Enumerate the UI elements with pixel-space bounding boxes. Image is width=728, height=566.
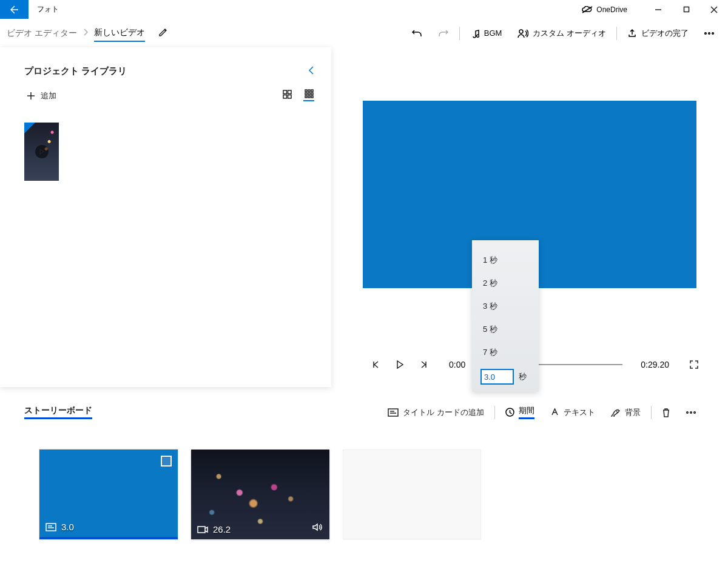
svg-rect-17 bbox=[311, 96, 313, 98]
svg-rect-16 bbox=[308, 96, 310, 98]
grid-2x2-icon bbox=[283, 90, 292, 99]
background-button[interactable]: 背景 bbox=[603, 407, 649, 418]
custom-audio-button[interactable]: カスタム オーディオ bbox=[510, 21, 614, 45]
undo-button[interactable] bbox=[403, 21, 430, 45]
next-frame-button[interactable] bbox=[419, 360, 430, 369]
audio-icon bbox=[312, 523, 322, 533]
duration-option[interactable]: 3 秒 bbox=[472, 295, 539, 318]
svg-rect-24 bbox=[198, 527, 205, 533]
play-overlay-icon bbox=[35, 145, 49, 158]
add-title-card-label: タイトル カードの追加 bbox=[403, 407, 484, 418]
title-card-icon bbox=[46, 523, 56, 531]
svg-rect-23 bbox=[46, 524, 56, 531]
clock-icon bbox=[505, 408, 514, 417]
storyboard-clip-title[interactable]: 3.0 bbox=[39, 450, 178, 539]
svg-rect-10 bbox=[308, 90, 310, 92]
toolbar: ビデオ エディター 新しいビデオ BGM カスタム オーディオ ビデオの完了 bbox=[0, 19, 728, 47]
svg-point-2 bbox=[705, 32, 707, 34]
view-small-button[interactable] bbox=[303, 90, 314, 101]
maximize-button[interactable] bbox=[672, 0, 700, 19]
divider bbox=[616, 27, 617, 40]
bgm-button[interactable]: BGM bbox=[462, 21, 510, 45]
delete-button[interactable] bbox=[654, 408, 678, 417]
title-card-icon bbox=[388, 408, 399, 417]
svg-point-3 bbox=[709, 32, 710, 34]
close-button[interactable] bbox=[700, 0, 728, 19]
plus-icon bbox=[27, 92, 35, 100]
breadcrumb-root[interactable]: ビデオ エディター bbox=[7, 25, 77, 41]
back-button[interactable] bbox=[0, 0, 29, 19]
svg-rect-15 bbox=[305, 96, 307, 98]
add-title-card-button[interactable]: タイトル カードの追加 bbox=[380, 407, 492, 418]
video-icon bbox=[197, 526, 208, 533]
duration-option[interactable]: 1 秒 bbox=[472, 249, 539, 272]
more-button[interactable] bbox=[696, 21, 722, 45]
prev-frame-button[interactable] bbox=[370, 360, 381, 369]
storyboard-clip-video[interactable]: 26.2 bbox=[191, 450, 329, 539]
minimize-button[interactable] bbox=[644, 0, 672, 19]
fullscreen-button[interactable] bbox=[689, 360, 699, 369]
storyboard-more-button[interactable] bbox=[678, 411, 704, 414]
rename-button[interactable] bbox=[158, 27, 168, 39]
project-library-panel: プロジェクト ライブラリ 追加 bbox=[0, 47, 331, 387]
onedrive-label: OneDrive bbox=[596, 5, 627, 14]
time-total: 0:29.20 bbox=[641, 360, 669, 369]
cloud-off-icon bbox=[582, 6, 593, 13]
trash-icon bbox=[662, 408, 670, 417]
storyboard-title: ストーリーボード bbox=[24, 405, 92, 419]
finish-video-button[interactable]: ビデオの完了 bbox=[619, 21, 696, 45]
divider bbox=[651, 406, 652, 419]
svg-point-21 bbox=[690, 411, 692, 413]
svg-rect-18 bbox=[388, 409, 398, 416]
play-button[interactable] bbox=[394, 360, 405, 369]
chevron-right-icon bbox=[83, 29, 88, 38]
duration-label: 期間 bbox=[519, 405, 534, 419]
finish-label: ビデオの完了 bbox=[641, 28, 689, 39]
onedrive-status[interactable]: OneDrive bbox=[582, 5, 627, 14]
svg-rect-6 bbox=[288, 90, 291, 94]
svg-rect-9 bbox=[305, 90, 307, 92]
duration-unit: 秒 bbox=[519, 371, 527, 382]
duration-popup: 1 秒 2 秒 3 秒 5 秒 7 秒 秒 bbox=[472, 240, 539, 392]
divider bbox=[459, 27, 460, 40]
svg-point-22 bbox=[694, 411, 696, 413]
redo-button[interactable] bbox=[430, 21, 457, 45]
storyboard-clip-empty[interactable] bbox=[343, 450, 481, 539]
pencil-icon bbox=[158, 27, 168, 37]
duration-button[interactable]: 期間 bbox=[497, 405, 542, 419]
svg-rect-13 bbox=[308, 93, 310, 95]
person-audio-icon bbox=[517, 29, 528, 38]
time-current: 0:00 bbox=[449, 360, 465, 369]
duration-option[interactable]: 5 秒 bbox=[472, 318, 539, 341]
text-label: テキスト bbox=[564, 407, 595, 418]
custom-audio-label: カスタム オーディオ bbox=[533, 28, 606, 39]
add-media-button[interactable]: 追加 bbox=[27, 90, 56, 101]
text-icon bbox=[550, 408, 559, 417]
bgm-label: BGM bbox=[484, 29, 502, 38]
music-icon bbox=[470, 29, 480, 38]
selection-checkbox[interactable] bbox=[161, 456, 172, 467]
library-item[interactable] bbox=[24, 123, 59, 181]
add-label: 追加 bbox=[41, 90, 56, 101]
redo-icon bbox=[438, 28, 449, 39]
library-title: プロジェクト ライブラリ bbox=[24, 66, 127, 77]
duration-option[interactable]: 7 秒 bbox=[472, 341, 539, 364]
export-icon bbox=[627, 29, 637, 38]
undo-icon bbox=[411, 28, 422, 39]
background-label: 背景 bbox=[625, 407, 641, 418]
svg-rect-12 bbox=[305, 93, 307, 95]
duration-input[interactable] bbox=[480, 369, 514, 385]
breadcrumb-project[interactable]: 新しいビデオ bbox=[94, 25, 145, 42]
view-large-button[interactable] bbox=[281, 90, 292, 101]
storyboard-section: ストーリーボード タイトル カードの追加 期間 テキスト 背景 bbox=[0, 393, 728, 539]
breadcrumb: ビデオ エディター 新しいビデオ bbox=[6, 25, 145, 42]
collapse-library-button[interactable] bbox=[308, 66, 314, 77]
divider bbox=[494, 406, 495, 419]
title-bar: フォト OneDrive bbox=[0, 0, 728, 19]
svg-point-4 bbox=[712, 32, 714, 34]
svg-rect-0 bbox=[684, 7, 689, 12]
clip-duration: 26.2 bbox=[213, 524, 231, 534]
duration-option[interactable]: 2 秒 bbox=[472, 272, 539, 295]
svg-rect-7 bbox=[283, 95, 287, 99]
text-button[interactable]: テキスト bbox=[542, 407, 603, 418]
